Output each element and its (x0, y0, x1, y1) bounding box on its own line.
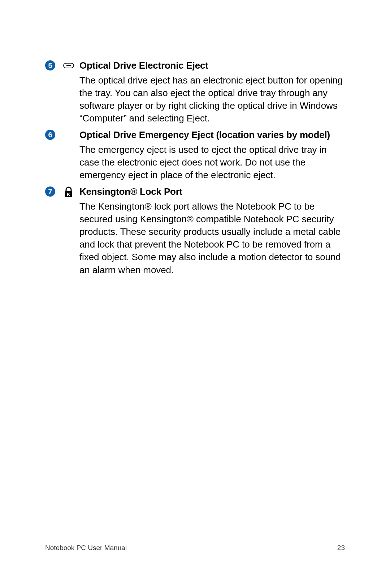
footer-page-number: 23 (337, 544, 345, 552)
number-badge-6: 6 (45, 130, 55, 140)
icon-column (63, 129, 79, 130)
eject-button-icon (63, 63, 74, 69)
list-item: 7 K Kensington® Lock Port The Kensington… (45, 186, 345, 276)
list-item: 6 Optical Drive Emergency Eject (locatio… (45, 129, 345, 181)
svg-text:K: K (67, 191, 71, 197)
item-body: The emergency eject is used to eject the… (79, 143, 345, 181)
page: 5 Optical Drive Electronic Eject The opt… (0, 0, 390, 588)
kensington-lock-icon: K (63, 186, 74, 198)
badge-column: 7 (45, 186, 63, 197)
text-column: Optical Drive Electronic Eject The optic… (79, 60, 345, 125)
icon-column (63, 60, 79, 69)
text-column: Kensington® Lock Port The Kensington® lo… (79, 186, 345, 276)
badge-column: 6 (45, 129, 63, 140)
number-badge-7: 7 (45, 186, 55, 197)
badge-column: 5 (45, 60, 63, 70)
item-body: The optical drive eject has an electroni… (79, 74, 345, 125)
svg-rect-1 (66, 65, 71, 66)
list-item: 5 Optical Drive Electronic Eject The opt… (45, 60, 345, 125)
icon-column: K (63, 186, 79, 198)
item-heading: Optical Drive Emergency Eject (location … (79, 129, 345, 141)
footer-title: Notebook PC User Manual (45, 544, 127, 552)
item-body: The Kensington® lock port allows the Not… (79, 200, 345, 276)
text-column: Optical Drive Emergency Eject (location … (79, 129, 345, 181)
item-heading: Optical Drive Electronic Eject (79, 60, 345, 72)
item-heading: Kensington® Lock Port (79, 186, 345, 198)
page-footer: Notebook PC User Manual 23 (45, 540, 345, 552)
number-badge-5: 5 (45, 60, 55, 70)
